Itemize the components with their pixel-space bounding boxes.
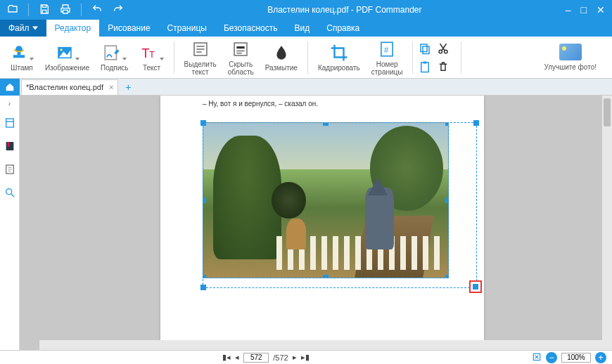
document-tab[interactable]: *Властелин колец.pdf × <box>21 79 118 95</box>
scrollbar-thumb[interactable] <box>604 98 611 126</box>
svg-rect-24 <box>423 61 427 63</box>
svg-line-34 <box>11 194 14 197</box>
svg-rect-19 <box>421 44 427 52</box>
fit-page-icon[interactable] <box>532 352 542 363</box>
undo-icon[interactable] <box>91 4 103 17</box>
menu-file[interactable]: Файл <box>0 20 46 37</box>
menu-security[interactable]: Безопасность <box>215 20 286 37</box>
selection-bounds[interactable] <box>203 122 477 288</box>
menu-help[interactable]: Справка <box>318 20 368 37</box>
separator <box>174 41 174 74</box>
page: – Ну, вот я и вернулся, – сказал он. <box>160 96 484 350</box>
close-tab-icon[interactable]: × <box>109 83 113 91</box>
improve-photo-icon <box>559 44 582 60</box>
hide-area-icon <box>231 39 250 59</box>
resize-handle[interactable] <box>200 120 206 126</box>
hide-area-button[interactable]: Скрыть область <box>222 38 260 77</box>
resize-handle[interactable] <box>473 120 479 126</box>
last-page-icon[interactable]: ▸▮ <box>301 353 310 362</box>
highlight-icon <box>191 39 210 59</box>
ribbon: Штамп Изображение Подпись TT Текст Выдел… <box>0 37 612 79</box>
statusbar: ▮◂ ◂ /572 ▸ ▸▮ − + <box>0 350 612 364</box>
highlight-button[interactable]: Выделить текст <box>179 38 222 77</box>
copy-button[interactable] <box>417 41 433 56</box>
cut-button[interactable] <box>435 41 451 56</box>
attachments-icon[interactable] <box>4 164 15 177</box>
menubar: Файл Редактор Рисование Страницы Безопас… <box>0 20 612 37</box>
paste-button[interactable] <box>417 59 433 74</box>
print-icon[interactable] <box>60 4 71 17</box>
stamp-icon <box>10 43 34 63</box>
search-icon[interactable] <box>4 187 15 200</box>
svg-rect-20 <box>423 46 429 54</box>
zoom-in-button[interactable]: + <box>595 352 606 363</box>
menu-view[interactable]: Вид <box>286 20 319 37</box>
thumbnails-icon[interactable] <box>4 117 15 131</box>
svg-rect-27 <box>6 142 13 150</box>
svg-text:T: T <box>141 46 149 60</box>
text-button[interactable]: TT Текст <box>134 38 170 77</box>
delete-button[interactable] <box>435 59 451 74</box>
image-icon <box>56 43 79 63</box>
svg-point-33 <box>6 189 11 195</box>
minimize-button[interactable]: – <box>566 4 571 15</box>
page-total: /572 <box>273 353 288 362</box>
prev-page-icon[interactable]: ◂ <box>235 353 239 362</box>
document-tab-label: *Властелин колец.pdf <box>26 83 103 91</box>
image-button[interactable]: Изображение <box>39 38 95 77</box>
signature-icon <box>103 43 127 63</box>
improve-photo-button[interactable]: Улучшите фото! <box>533 44 608 71</box>
menu-drawing[interactable]: Рисование <box>99 20 158 37</box>
next-page-icon[interactable]: ▸ <box>293 353 297 362</box>
menu-pages[interactable]: Страницы <box>159 20 215 37</box>
resize-handle[interactable] <box>200 285 206 290</box>
text-icon: TT <box>140 43 164 63</box>
svg-point-5 <box>60 48 62 51</box>
collapse-rail-icon[interactable]: › <box>8 100 11 108</box>
close-button[interactable]: ✕ <box>597 4 605 15</box>
svg-text:T: T <box>149 49 155 60</box>
signature-button[interactable]: Подпись <box>95 38 134 77</box>
redo-icon[interactable] <box>113 4 124 17</box>
blur-button[interactable]: Размытие <box>260 38 303 77</box>
titlebar: Властелин колец.pdf - PDF Commander – □ … <box>0 0 612 20</box>
maximize-button[interactable]: □ <box>581 4 587 15</box>
pager: ▮◂ ◂ /572 ▸ ▸▮ <box>222 353 309 363</box>
first-page-icon[interactable]: ▮◂ <box>222 353 231 362</box>
page-number-icon: # <box>378 39 396 59</box>
separator <box>81 4 82 16</box>
left-toolbar: › <box>0 96 20 350</box>
svg-rect-14 <box>237 46 245 48</box>
svg-rect-2 <box>13 55 25 58</box>
zoom-controls: − + <box>532 352 612 363</box>
page-text: – Ну, вот я и вернулся, – сказал он. <box>203 100 318 108</box>
stamp-button[interactable]: Штамп <box>4 38 39 77</box>
separator <box>412 41 413 74</box>
add-tab-button[interactable]: + <box>121 82 135 93</box>
window-title: Властелин колец.pdf - PDF Commander <box>131 5 559 15</box>
vertical-scrollbar[interactable] <box>602 96 612 350</box>
page-input[interactable] <box>243 353 269 363</box>
svg-rect-23 <box>421 63 429 72</box>
open-icon[interactable] <box>7 4 18 17</box>
blur-icon <box>272 43 291 63</box>
home-tab[interactable] <box>0 79 20 96</box>
separator <box>461 41 461 74</box>
zoom-out-button[interactable]: − <box>546 352 557 363</box>
canvas[interactable]: – Ну, вот я и вернулся, – сказал он. <box>20 96 612 350</box>
corner-highlight[interactable] <box>469 280 482 293</box>
svg-text:#: # <box>384 45 389 53</box>
menu-editor[interactable]: Редактор <box>46 20 100 37</box>
crop-button[interactable]: Кадрировать <box>312 38 366 77</box>
svg-rect-25 <box>6 119 13 127</box>
save-icon[interactable] <box>39 4 50 17</box>
crop-icon <box>330 43 348 63</box>
separator <box>28 4 29 16</box>
workspace: › – Ну, вот я и вернулся, – сказал он. <box>0 96 612 350</box>
bookmarks-icon[interactable] <box>4 141 15 154</box>
horizontal-scrollbar[interactable] <box>39 340 602 350</box>
zoom-input[interactable] <box>561 353 591 363</box>
svg-rect-28 <box>7 142 9 147</box>
page-number-button[interactable]: # Номер страницы <box>366 38 409 77</box>
tabbar: *Властелин колец.pdf × + <box>0 79 612 96</box>
